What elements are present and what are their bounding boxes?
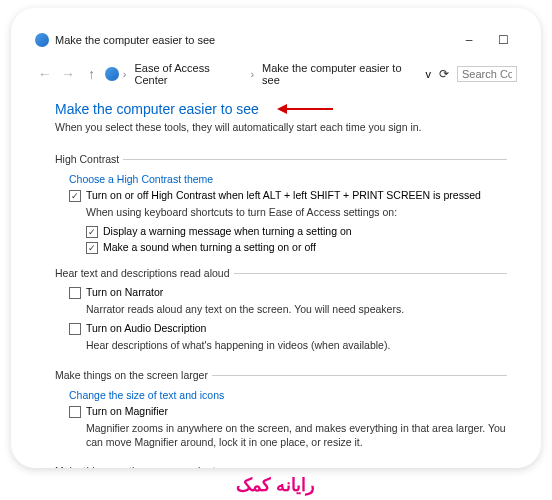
magnifier-desc: Magnifier zooms in anywhere on the scree… bbox=[86, 421, 507, 449]
content: Make the computer easier to see When you… bbox=[35, 96, 517, 468]
app-icon bbox=[35, 33, 49, 47]
brand-text: رایانه کمک bbox=[236, 475, 315, 495]
title-bar: Make the computer easier to see – ☐ bbox=[35, 30, 517, 50]
search-input[interactable] bbox=[457, 66, 517, 82]
magnifier-checkbox[interactable] bbox=[69, 406, 81, 418]
page-title: Make the computer easier to see bbox=[55, 101, 259, 117]
section-easier: Make things on the screen easier to see bbox=[55, 465, 241, 468]
breadcrumb-current[interactable]: Make the computer easier to see bbox=[258, 60, 421, 88]
nav-bar: ← → ↑ › Ease of Access Center › Make the… bbox=[35, 60, 517, 88]
window-title: Make the computer easier to see bbox=[55, 34, 449, 46]
forward-button[interactable]: → bbox=[58, 64, 77, 84]
audio-desc-text: Hear descriptions of what's happening in… bbox=[86, 338, 507, 352]
window: Make the computer easier to see – ☐ ← → … bbox=[11, 8, 541, 468]
narrator-checkbox[interactable] bbox=[69, 287, 81, 299]
size-link[interactable]: Change the size of text and icons bbox=[69, 389, 507, 401]
maximize-button[interactable]: ☐ bbox=[489, 30, 517, 50]
hc-hint: When using keyboard shortcuts to turn Ea… bbox=[86, 205, 507, 219]
narrator-desc: Narrator reads aloud any text on the scr… bbox=[86, 302, 507, 316]
hc-warn-label: Display a warning message when turning a… bbox=[103, 225, 352, 237]
address-dropdown[interactable]: v bbox=[426, 68, 432, 80]
choose-theme-link[interactable]: Choose a High Contrast theme bbox=[69, 173, 507, 185]
section-hear: Hear text and descriptions read aloud bbox=[55, 267, 230, 279]
section-larger: Make things on the screen larger bbox=[55, 369, 208, 381]
breadcrumb-sep: › bbox=[123, 68, 127, 80]
hc-warn-checkbox[interactable] bbox=[86, 226, 98, 238]
hc-toggle-label: Turn on or off High Contrast when left A… bbox=[86, 189, 481, 201]
up-button[interactable]: ↑ bbox=[82, 64, 101, 84]
breadcrumb-root[interactable]: Ease of Access Center bbox=[130, 60, 246, 88]
minimize-button[interactable]: – bbox=[455, 30, 483, 50]
hc-sound-label: Make a sound when turning a setting on o… bbox=[103, 241, 316, 253]
location-icon bbox=[105, 67, 119, 81]
hc-toggle-checkbox[interactable] bbox=[69, 190, 81, 202]
hc-sound-checkbox[interactable] bbox=[86, 242, 98, 254]
refresh-button[interactable]: ⟳ bbox=[439, 67, 449, 81]
audio-desc-label: Turn on Audio Description bbox=[86, 322, 206, 334]
section-high-contrast: High Contrast bbox=[55, 153, 119, 165]
breadcrumb-sep: › bbox=[250, 68, 254, 80]
pointer-arrow-icon bbox=[277, 102, 335, 120]
brand-footer: رایانه کمک bbox=[0, 474, 552, 496]
narrator-label: Turn on Narrator bbox=[86, 286, 163, 298]
audio-desc-checkbox[interactable] bbox=[69, 323, 81, 335]
back-button[interactable]: ← bbox=[35, 64, 54, 84]
svg-marker-1 bbox=[277, 104, 287, 114]
magnifier-label: Turn on Magnifier bbox=[86, 405, 168, 417]
page-subtitle: When you select these tools, they will a… bbox=[55, 121, 507, 133]
